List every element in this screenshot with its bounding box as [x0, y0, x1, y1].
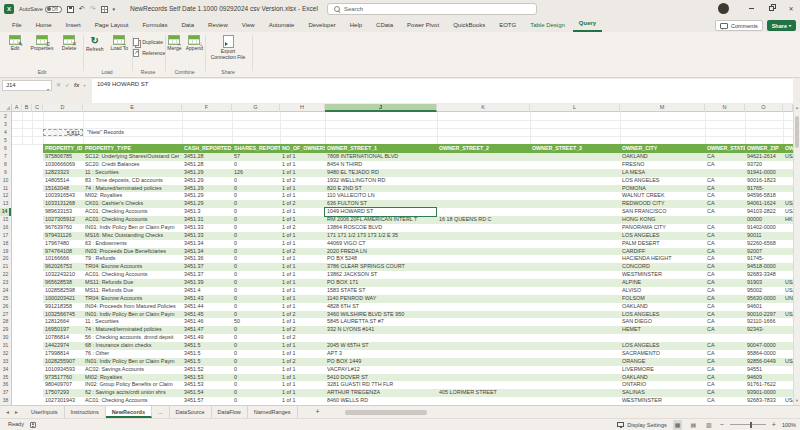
- table-cell[interactable]: [437, 232, 530, 240]
- table-cell[interactable]: 3451.28: [182, 153, 232, 161]
- table-cell[interactable]: 8460 WELLS RD: [325, 397, 437, 405]
- table-cell[interactable]: 10786814: [43, 334, 83, 342]
- table-cell[interactable]: 13862 JACKSON ST: [325, 271, 437, 279]
- table-cell[interactable]: 1 of 1: [280, 169, 325, 177]
- table-cell[interactable]: 1583 STATE ST: [325, 287, 437, 295]
- table-cell[interactable]: 3451.28: [182, 161, 232, 169]
- table-cell[interactable]: CA: [705, 318, 745, 326]
- table-cell[interactable]: 1 of 2: [280, 358, 325, 366]
- table-cell[interactable]: 1 of 1: [280, 232, 325, 240]
- table-cell[interactable]: 3451.52: [182, 366, 232, 374]
- sheet-tab-datasource[interactable]: DataSource: [170, 406, 212, 418]
- table-header-cell[interactable]: NO_OF_OWNERS: [280, 144, 325, 153]
- table-cell[interactable]: 7808 INTERNATIONAL BLVD: [325, 153, 437, 161]
- table-cell[interactable]: [437, 263, 530, 271]
- sheet-tab-newrecords[interactable]: NewRecords: [106, 406, 152, 418]
- table-cell[interactable]: 1 of 2: [280, 334, 325, 342]
- table-cell[interactable]: 92110-1666: [745, 318, 783, 326]
- table-cell[interactable]: CA: [705, 366, 745, 374]
- table-cell[interactable]: [620, 334, 705, 342]
- table-cell[interactable]: 95864-0000: [745, 350, 783, 358]
- table-cell[interactable]: 93901-0000: [745, 389, 783, 397]
- table-cell[interactable]: MI02: Royalties: [83, 192, 182, 200]
- table-cell[interactable]: [437, 208, 530, 216]
- table-cell[interactable]: 94601: [745, 303, 783, 311]
- table-cell[interactable]: CA: [705, 381, 745, 389]
- zoom-slider[interactable]: [730, 424, 766, 425]
- table-cell[interactable]: [783, 303, 793, 311]
- table-cell[interactable]: 967639760: [43, 224, 83, 232]
- table-cell[interactable]: [530, 397, 620, 405]
- column-header-C[interactable]: C: [32, 104, 43, 112]
- table-cell[interactable]: [705, 334, 745, 342]
- zoom-level[interactable]: 100%: [782, 422, 796, 428]
- table-cell[interactable]: 94551: [745, 366, 783, 374]
- table-cell[interactable]: [783, 185, 793, 193]
- table-cell[interactable]: 15162048: [43, 185, 83, 193]
- table-cell[interactable]: 11 : Securities: [83, 169, 182, 177]
- row-header-32[interactable]: 32: [0, 350, 11, 358]
- table-cell[interactable]: UNI: [783, 295, 793, 303]
- table-cell[interactable]: VACPAYL#12: [325, 366, 437, 374]
- column-header-D[interactable]: D: [43, 104, 83, 112]
- table-cell[interactable]: 00000: [745, 216, 783, 224]
- table-cell[interactable]: IN02: Group Policy Benefits or Claim: [83, 381, 182, 389]
- table-cell[interactable]: [530, 192, 620, 200]
- ribbon-tab-view[interactable]: View: [236, 19, 261, 32]
- table-cell[interactable]: [530, 326, 620, 334]
- ribbon-tab-table-design[interactable]: Table Design: [524, 19, 571, 32]
- table-cell[interactable]: 1 of 1: [280, 287, 325, 295]
- vertical-scrollbar[interactable]: ▲ ▼: [793, 104, 800, 405]
- table-cell[interactable]: [530, 334, 620, 342]
- row-header-5[interactable]: 5: [0, 136, 11, 144]
- table-cell[interactable]: 3451.46: [182, 318, 232, 326]
- scroll-up-icon[interactable]: ▲: [794, 104, 800, 112]
- table-cell[interactable]: [783, 350, 793, 358]
- table-cell[interactable]: 1000203421: [43, 295, 83, 303]
- merge-button[interactable]: ↔Merge: [166, 35, 183, 52]
- ribbon-tab-home[interactable]: Home: [30, 19, 58, 32]
- table-cell[interactable]: CA: [705, 311, 745, 319]
- row-header-30[interactable]: 30: [0, 334, 11, 342]
- table-cell[interactable]: 1 of 1: [280, 208, 325, 216]
- table-cell[interactable]: 3451.47: [182, 326, 232, 334]
- table-cell[interactable]: 0: [232, 208, 280, 216]
- row-header-26[interactable]: 26: [0, 303, 11, 311]
- user-avatar[interactable]: [718, 3, 729, 14]
- table-cell[interactable]: [783, 248, 793, 256]
- display-settings-button[interactable]: Display Settings: [617, 422, 666, 428]
- table-cell[interactable]: 0: [232, 192, 280, 200]
- table-cell[interactable]: [530, 271, 620, 279]
- table-cell[interactable]: AC01: Checking Accounts: [83, 216, 182, 224]
- ribbon-tab-power-pivot[interactable]: Power Pivot: [401, 19, 445, 32]
- row-header-36[interactable]: 36: [0, 381, 11, 389]
- table-cell[interactable]: [325, 334, 437, 342]
- row-header-14[interactable]: 14: [0, 208, 11, 216]
- zoom-slider-thumb[interactable]: [750, 422, 752, 428]
- table-cell[interactable]: [783, 271, 793, 279]
- table-cell[interactable]: [530, 311, 620, 319]
- table-header-cell[interactable]: SHARES_REPORTED: [232, 144, 280, 153]
- table-cell[interactable]: [530, 366, 620, 374]
- table-cell[interactable]: LOS ANGELES: [620, 232, 705, 240]
- table-cell[interactable]: 962026753: [43, 263, 83, 271]
- row-header-34[interactable]: 34: [0, 366, 11, 374]
- table-cell[interactable]: 3451.29: [182, 185, 232, 193]
- table-header-cell[interactable]: OWNER_ZIP: [745, 144, 783, 153]
- sheet-tab-overflow[interactable]: ...: [152, 406, 170, 418]
- table-cell[interactable]: 974764108: [43, 248, 83, 256]
- table-cell[interactable]: [437, 185, 530, 193]
- table-cell[interactable]: 95630-0000: [745, 295, 783, 303]
- page-break-view-icon[interactable]: ▥: [704, 420, 714, 430]
- table-cell[interactable]: 1 of 2: [280, 326, 325, 334]
- table-cell[interactable]: 0: [232, 255, 280, 263]
- table-cell[interactable]: [783, 161, 793, 169]
- table-cell[interactable]: [437, 279, 530, 287]
- table-cell[interactable]: 1027301943: [43, 397, 83, 405]
- table-cell[interactable]: 0: [232, 224, 280, 232]
- table-cell[interactable]: MS11: Refunds Due: [83, 279, 182, 287]
- table-cell[interactable]: CA: [705, 263, 745, 271]
- row-header-12[interactable]: 12: [0, 192, 11, 200]
- table-cell[interactable]: 3451.53: [182, 381, 232, 389]
- table-cell[interactable]: 10166666: [43, 255, 83, 263]
